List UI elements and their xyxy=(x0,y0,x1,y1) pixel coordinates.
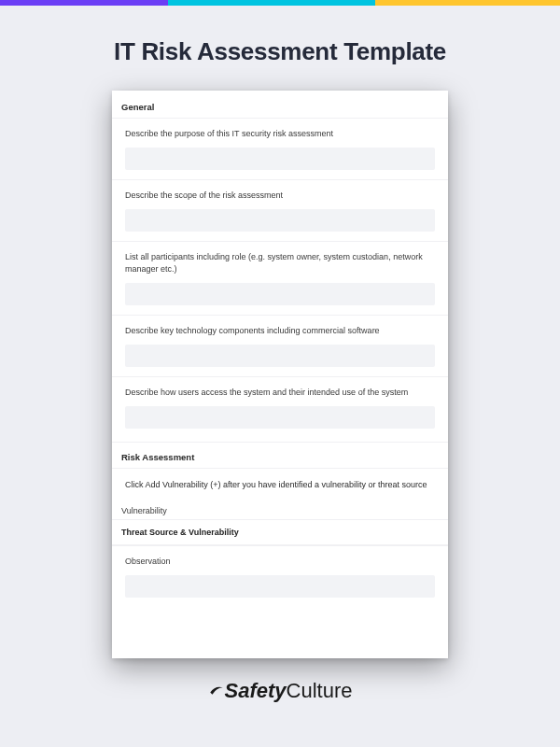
field-participants: List all participants including role (e.… xyxy=(112,241,448,315)
risk-hint: Click Add Vulnerability (+) after you ha… xyxy=(112,468,448,500)
section-heading-general: General xyxy=(112,100,448,118)
field-observation: Observation xyxy=(112,545,448,607)
subheading-threat-source: Threat Source & Vulnerability xyxy=(112,519,448,545)
observation-input[interactable] xyxy=(125,575,435,598)
accent-segment-yellow xyxy=(375,0,560,6)
purpose-input[interactable] xyxy=(125,148,435,170)
section-heading-risk: Risk Assessment xyxy=(112,442,448,468)
field-scope: Describe the scope of the risk assessmen… xyxy=(112,179,448,241)
technology-input[interactable] xyxy=(125,345,435,367)
brand-part1: Safety xyxy=(225,679,287,702)
brand-logo: SafetyCulture xyxy=(0,679,560,703)
field-label: List all participants including role (e.… xyxy=(125,251,435,275)
field-label: Describe key technology components inclu… xyxy=(125,325,435,337)
access-input[interactable] xyxy=(125,406,435,429)
accent-segment-purple xyxy=(0,0,168,6)
field-label: Describe how users access the system and… xyxy=(125,387,435,399)
field-access: Describe how users access the system and… xyxy=(112,376,448,438)
accent-segment-cyan xyxy=(168,0,375,6)
field-purpose: Describe the purpose of this IT security… xyxy=(112,118,448,179)
brand-swoosh-icon xyxy=(208,683,225,699)
brand-part2: Culture xyxy=(287,679,353,702)
subheading-vulnerability: Vulnerability xyxy=(112,500,448,519)
field-label: Describe the purpose of this IT security… xyxy=(125,128,435,140)
field-technology: Describe key technology components inclu… xyxy=(112,315,448,376)
accent-topbar xyxy=(0,0,560,6)
page-title: IT Risk Assessment Template xyxy=(0,37,560,66)
participants-input[interactable] xyxy=(125,283,435,305)
form-card: General Describe the purpose of this IT … xyxy=(112,91,448,658)
field-label: Observation xyxy=(125,556,435,568)
scope-input[interactable] xyxy=(125,209,435,232)
field-label: Describe the scope of the risk assessmen… xyxy=(125,190,435,202)
